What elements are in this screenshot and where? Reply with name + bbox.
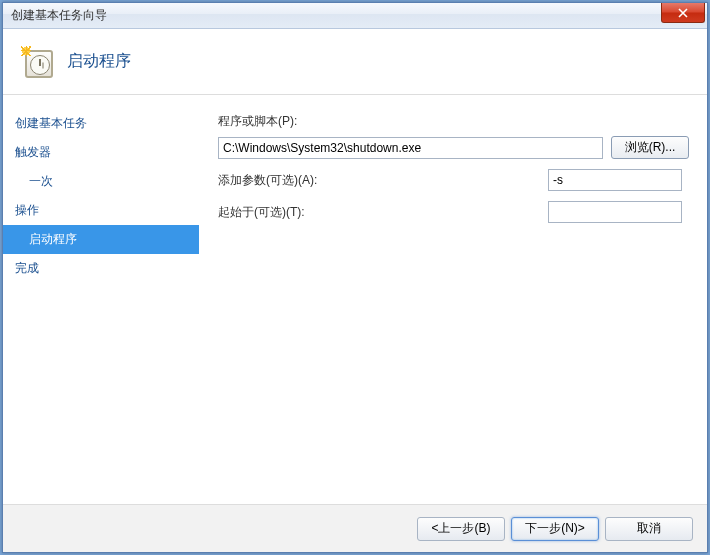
wizard-steps-sidebar: 创建基本任务 触发器 一次 操作 启动程序 完成 <box>3 95 200 504</box>
startin-row: 起始于(可选)(T): <box>218 201 689 223</box>
sidebar-item-once[interactable]: 一次 <box>3 167 199 196</box>
wizard-content: 程序或脚本(P): 浏览(R)... 添加参数(可选)(A): 起始于(可选)(… <box>200 95 707 504</box>
sidebar-item-create-task[interactable]: 创建基本任务 <box>3 109 199 138</box>
page-title: 启动程序 <box>67 51 131 72</box>
arguments-row: 添加参数(可选)(A): <box>218 169 689 191</box>
program-row: 程序或脚本(P): 浏览(R)... <box>218 113 689 159</box>
cancel-button[interactable]: 取消 <box>605 517 693 541</box>
program-label: 程序或脚本(P): <box>218 113 689 130</box>
close-button[interactable] <box>661 3 705 23</box>
sidebar-item-trigger[interactable]: 触发器 <box>3 138 199 167</box>
startin-input[interactable] <box>548 201 682 223</box>
wizard-body: 创建基本任务 触发器 一次 操作 启动程序 完成 程序或脚本(P): 浏览(R)… <box>3 95 707 504</box>
arguments-label: 添加参数(可选)(A): <box>218 172 548 189</box>
sidebar-item-action[interactable]: 操作 <box>3 196 199 225</box>
browse-button[interactable]: 浏览(R)... <box>611 136 689 159</box>
back-button[interactable]: <上一步(B) <box>417 517 505 541</box>
titlebar: 创建基本任务向导 <box>3 3 707 29</box>
window-title: 创建基本任务向导 <box>11 7 107 24</box>
wizard-window: 创建基本任务向导 启动程序 创建基本任务 触发器 一次 操作 启动程序 完成 程… <box>2 2 708 553</box>
task-scheduler-icon <box>21 46 53 78</box>
wizard-header: 启动程序 <box>3 29 707 95</box>
sidebar-item-finish[interactable]: 完成 <box>3 254 199 283</box>
close-icon <box>678 8 688 18</box>
program-input[interactable] <box>218 137 603 159</box>
arguments-input[interactable] <box>548 169 682 191</box>
next-button[interactable]: 下一步(N)> <box>511 517 599 541</box>
sidebar-item-start-program[interactable]: 启动程序 <box>3 225 199 254</box>
startin-label: 起始于(可选)(T): <box>218 204 548 221</box>
wizard-footer: <上一步(B) 下一步(N)> 取消 <box>3 504 707 552</box>
